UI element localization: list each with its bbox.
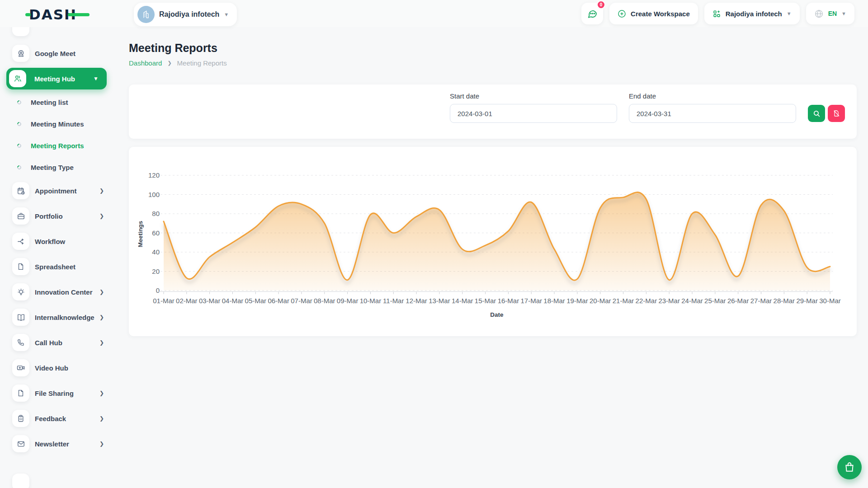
video-icon bbox=[12, 359, 29, 376]
search-button[interactable] bbox=[808, 105, 825, 122]
svg-text:24-Mar: 24-Mar bbox=[681, 297, 703, 305]
meetings-area-chart[interactable]: 02040608010012001-Mar02-Mar03-Mar04-Mar0… bbox=[129, 147, 857, 336]
svg-text:25-Mar: 25-Mar bbox=[704, 297, 726, 305]
svg-text:20-Mar: 20-Mar bbox=[590, 297, 611, 305]
sidebar-item-meeting-hub[interactable]: Meeting Hub ▼ bbox=[6, 68, 107, 89]
shopping-bag-icon bbox=[844, 461, 855, 473]
svg-text:19-Mar: 19-Mar bbox=[566, 297, 588, 305]
brand-logo[interactable]: DASH bbox=[29, 6, 92, 22]
sidebar-item-label: Video Hub bbox=[35, 364, 68, 372]
sidebar-subitem-meeting-type[interactable]: Meeting Type bbox=[0, 156, 116, 178]
calendar-clock-icon bbox=[12, 182, 29, 199]
bullet-icon bbox=[16, 143, 22, 149]
chevron-down-icon: ▼ bbox=[787, 11, 792, 16]
svg-text:04-Mar: 04-Mar bbox=[222, 297, 244, 305]
chevron-down-icon: ▼ bbox=[841, 11, 846, 16]
svg-text:07-Mar: 07-Mar bbox=[291, 297, 312, 305]
svg-text:29-Mar: 29-Mar bbox=[796, 297, 818, 305]
search-icon bbox=[813, 110, 821, 117]
plus-circle-icon bbox=[618, 9, 626, 18]
sidebar-item-label: Newsletter bbox=[35, 440, 69, 448]
chevron-right-icon: ❯ bbox=[99, 339, 104, 346]
svg-text:22-Mar: 22-Mar bbox=[636, 297, 657, 305]
svg-text:0: 0 bbox=[156, 286, 160, 294]
sidebar-item-partial-top[interactable] bbox=[12, 27, 29, 36]
sidebar-subitem-meeting-reports[interactable]: Meeting Reports bbox=[0, 135, 116, 156]
svg-text:01-Mar: 01-Mar bbox=[153, 297, 175, 305]
breadcrumb: Dashboard ❯ Meeting Reports bbox=[129, 59, 857, 67]
filter-card: Start date End date bbox=[129, 84, 857, 139]
svg-text:120: 120 bbox=[148, 171, 160, 179]
phone-icon bbox=[12, 334, 29, 351]
sidebar-item-spreadsheet[interactable]: Spreadsheet bbox=[0, 254, 116, 279]
sidebar-item-innovation-center[interactable]: Innovation Center ❯ bbox=[0, 279, 116, 305]
start-date-field: Start date bbox=[450, 92, 617, 123]
sidebar-subitem-label: Meeting Reports bbox=[31, 142, 84, 150]
sidebar-item-workflow[interactable]: Workflow bbox=[0, 229, 116, 254]
svg-text:Date: Date bbox=[490, 311, 504, 318]
bullet-icon bbox=[16, 99, 22, 105]
svg-text:40: 40 bbox=[152, 248, 160, 256]
svg-text:16-Mar: 16-Mar bbox=[498, 297, 519, 305]
globe-icon bbox=[814, 9, 824, 19]
svg-text:10-Mar: 10-Mar bbox=[360, 297, 382, 305]
clear-file-icon bbox=[833, 110, 840, 117]
sidebar-item-internalknowledge[interactable]: Internalknowledge ❯ bbox=[0, 305, 116, 330]
sidebar-item-feedback[interactable]: Feedback ❯ bbox=[0, 406, 116, 431]
svg-text:03-Mar: 03-Mar bbox=[199, 297, 221, 305]
sidebar-item-label: Google Meet bbox=[35, 50, 75, 57]
page-title: Meeting Reports bbox=[129, 42, 857, 55]
clipboard-icon bbox=[12, 410, 29, 427]
file-icon bbox=[12, 258, 29, 275]
svg-text:30-Mar: 30-Mar bbox=[819, 297, 841, 305]
sidebar-item-portfolio[interactable]: Portfolio ❯ bbox=[0, 203, 116, 229]
svg-text:17-Mar: 17-Mar bbox=[520, 297, 542, 305]
end-date-label: End date bbox=[629, 92, 796, 100]
sidebar-item-newsletter[interactable]: Newsletter ❯ bbox=[0, 431, 116, 456]
building-icon bbox=[142, 10, 151, 19]
logo-accent-dash bbox=[68, 13, 90, 16]
company-selector[interactable]: Rajodiya infotech ▼ bbox=[704, 3, 800, 24]
reset-filter-button[interactable] bbox=[828, 105, 845, 122]
grid-plus-icon bbox=[712, 9, 721, 18]
company-name: Rajodiya infotech bbox=[726, 10, 782, 18]
sidebar-subitem-meeting-minutes[interactable]: Meeting Minutes bbox=[0, 113, 116, 135]
share-nodes-icon bbox=[12, 233, 29, 250]
svg-text:20: 20 bbox=[152, 267, 160, 275]
sidebar-item-google-meet[interactable]: Google Meet bbox=[0, 41, 116, 66]
svg-text:05-Mar: 05-Mar bbox=[245, 297, 267, 305]
svg-text:27-Mar: 27-Mar bbox=[750, 297, 772, 305]
lightbulb-icon bbox=[12, 283, 29, 300]
sidebar-subitem-meeting-list[interactable]: Meeting list bbox=[0, 91, 116, 113]
start-date-input[interactable] bbox=[450, 104, 617, 123]
addons-fab-button[interactable] bbox=[837, 455, 862, 479]
chevron-right-icon: ❯ bbox=[99, 390, 104, 396]
workspace-selector[interactable]: Rajodiya infotech ▼ bbox=[134, 3, 237, 26]
create-workspace-button[interactable]: Create Workspace bbox=[609, 3, 698, 24]
sidebar-item-label: Internalknowledge bbox=[35, 314, 94, 321]
svg-text:08-Mar: 08-Mar bbox=[314, 297, 335, 305]
sidebar-item-label: Workflow bbox=[35, 238, 65, 245]
sidebar-item-file-sharing[interactable]: File Sharing ❯ bbox=[0, 380, 116, 406]
chevron-down-icon: ▼ bbox=[93, 75, 99, 82]
sidebar-nav: Google Meet Meeting Hub ▼ Meeting list M… bbox=[0, 27, 116, 488]
sidebar-item-label: Call Hub bbox=[35, 339, 62, 347]
breadcrumb-dashboard-link[interactable]: Dashboard bbox=[129, 59, 162, 67]
sidebar-item-label: Innovation Center bbox=[35, 288, 93, 296]
sidebar-item-partial-bottom[interactable] bbox=[12, 474, 29, 488]
messages-button[interactable]: 0 bbox=[581, 3, 603, 24]
svg-text:23-Mar: 23-Mar bbox=[658, 297, 680, 305]
language-selector[interactable]: EN ▼ bbox=[806, 3, 854, 24]
sidebar-item-appointment[interactable]: Appointment ❯ bbox=[0, 178, 116, 203]
book-icon bbox=[12, 309, 29, 326]
meetings-chart-card: 02040608010012001-Mar02-Mar03-Mar04-Mar0… bbox=[129, 147, 857, 336]
sidebar-item-video-hub[interactable]: Video Hub bbox=[0, 355, 116, 380]
svg-text:28-Mar: 28-Mar bbox=[774, 297, 795, 305]
sidebar-item-label: Portfolio bbox=[35, 212, 63, 220]
chevron-down-icon: ▼ bbox=[224, 12, 229, 17]
end-date-input[interactable] bbox=[629, 104, 796, 123]
sidebar-subitem-label: Meeting list bbox=[31, 99, 68, 106]
sidebar-item-label: Feedback bbox=[35, 415, 66, 422]
sidebar-item-call-hub[interactable]: Call Hub ❯ bbox=[0, 330, 116, 355]
briefcase-icon bbox=[12, 207, 29, 225]
